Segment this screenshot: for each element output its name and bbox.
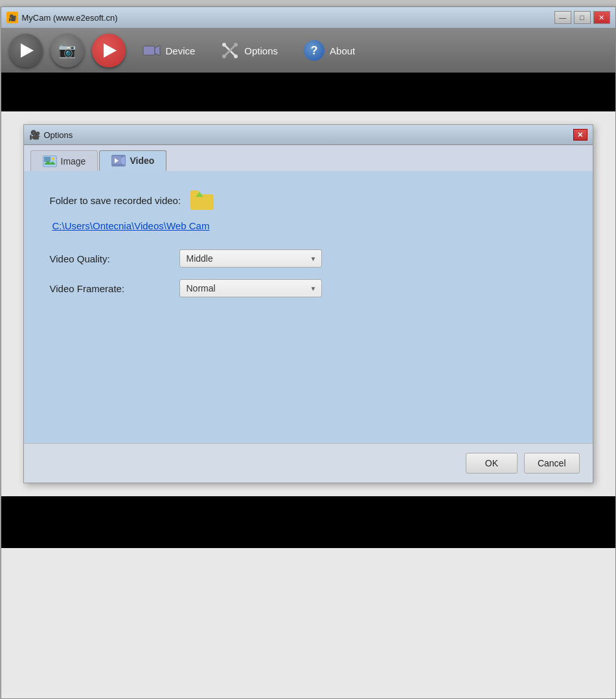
app-window: 🎥 MyCam (www.e2esoft.cn) — □ ✕ 📷 <box>1 6 616 699</box>
snapshot-button[interactable]: 📷 <box>51 34 84 67</box>
video-preview-bottom <box>1 496 615 548</box>
svg-marker-1 <box>155 45 160 56</box>
dialog-container: 🎥 Options ✕ <box>1 111 615 496</box>
video-quality-row: Video Quality: Low Middle High <box>50 249 567 268</box>
options-label: Options <box>244 45 278 56</box>
device-menu-button[interactable]: Device <box>133 38 205 63</box>
play-button[interactable] <box>9 34 43 67</box>
options-menu-button[interactable]: Options <box>212 38 287 63</box>
title-bar: 🎥 MyCam (www.e2esoft.cn) — □ ✕ <box>1 7 615 29</box>
folder-browse-button[interactable] <box>190 190 214 210</box>
svg-rect-0 <box>143 46 155 55</box>
dialog-footer: OK Cancel <box>24 443 593 483</box>
dialog-title: Options <box>44 130 73 140</box>
svg-point-6 <box>234 43 238 47</box>
dialog-close-button[interactable]: ✕ <box>573 129 587 141</box>
options-dialog: 🎥 Options ✕ <box>23 124 593 483</box>
record-play-icon <box>104 43 117 58</box>
quality-select[interactable]: Low Middle High <box>179 249 322 268</box>
image-tab-icon <box>43 155 57 167</box>
title-controls: — □ ✕ <box>554 11 610 24</box>
tab-image-label: Image <box>61 156 86 166</box>
device-label: Device <box>166 45 196 56</box>
video-preview-top <box>1 73 615 111</box>
tab-video-label: Video <box>130 155 154 166</box>
framerate-select[interactable]: Low Normal High <box>179 279 322 297</box>
close-button[interactable]: ✕ <box>593 11 610 24</box>
dialog-title-icon: 🎥 <box>29 130 40 140</box>
folder-path[interactable]: C:\Users\Ontecnia\Videos\Web Cam <box>52 220 567 231</box>
about-icon: ? <box>304 40 325 61</box>
tab-video[interactable]: Video <box>99 150 166 171</box>
cancel-button[interactable]: Cancel <box>524 453 580 474</box>
about-label: About <box>330 45 355 56</box>
app-title: MyCam (www.e2esoft.cn) <box>22 13 118 23</box>
app-icon: 🎥 <box>6 12 18 23</box>
title-bar-left: 🎥 MyCam (www.e2esoft.cn) <box>6 12 118 23</box>
svg-point-12 <box>52 157 54 160</box>
folder-row: Folder to save recorded video: <box>50 190 567 210</box>
device-icon <box>143 41 161 60</box>
video-tab-icon <box>111 155 126 166</box>
toolbar: 📷 Device <box>1 29 615 73</box>
options-icon <box>221 41 239 60</box>
svg-point-5 <box>234 54 238 58</box>
svg-point-4 <box>222 43 226 47</box>
ok-button[interactable]: OK <box>466 453 518 474</box>
dialog-body: Folder to save recorded video: C:\Users\… <box>24 171 593 443</box>
quality-select-wrapper: Low Middle High <box>179 249 322 268</box>
about-menu-button[interactable]: ? About <box>295 36 364 65</box>
video-framerate-row: Video Framerate: Low Normal High <box>50 279 567 297</box>
tabs-bar: Image Video <box>24 145 593 171</box>
svg-rect-10 <box>44 157 51 162</box>
svg-point-7 <box>222 54 226 58</box>
folder-arrow-icon <box>196 192 203 197</box>
maximize-button[interactable]: □ <box>574 11 591 24</box>
framerate-select-wrapper: Low Normal High <box>179 279 322 297</box>
play-icon <box>21 43 34 58</box>
dialog-title-left: 🎥 Options <box>29 130 73 140</box>
framerate-label: Video Framerate: <box>50 283 166 294</box>
minimize-button[interactable]: — <box>554 11 571 24</box>
record-button[interactable] <box>92 34 126 67</box>
tab-image[interactable]: Image <box>30 150 98 171</box>
folder-label: Folder to save recorded video: <box>50 195 181 206</box>
dialog-title-bar: 🎥 Options ✕ <box>24 125 593 145</box>
camera-icon: 📷 <box>58 42 76 59</box>
quality-label: Video Quality: <box>50 253 166 264</box>
